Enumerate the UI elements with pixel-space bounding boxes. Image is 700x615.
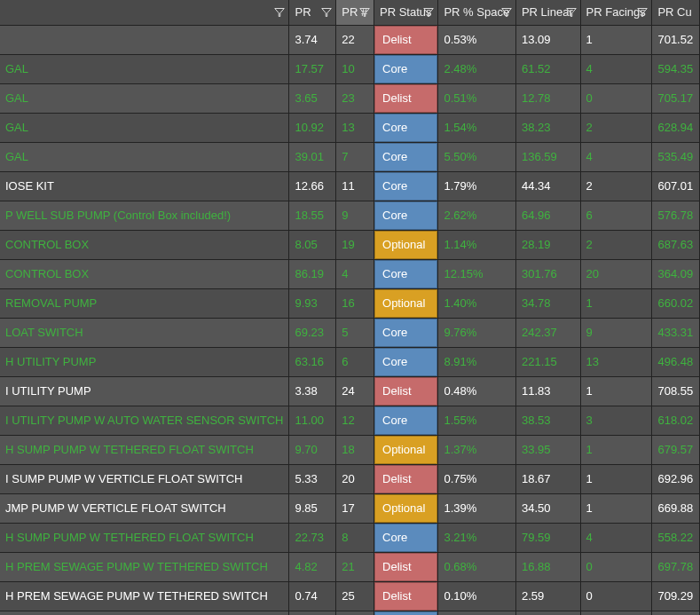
cell-prnum: 17: [336, 493, 374, 523]
table-row[interactable]: I SUMP PUMP W VERTICLE FLOAT SWITCH5.332…: [0, 464, 700, 493]
table-row[interactable]: H SUMP PUMP W TETHERED FLOAT SWITCH22.73…: [0, 523, 700, 552]
cell-status: Delist: [374, 552, 438, 581]
cell-linear: 34.78: [515, 288, 580, 318]
cell-pr: 3.65: [289, 83, 336, 113]
cell-facings: 4: [580, 523, 652, 552]
status-badge: Delist: [374, 553, 437, 581]
status-badge: Delist: [374, 465, 437, 493]
cell-cu: 709.29: [652, 581, 700, 611]
cell-prnum: 6: [336, 347, 374, 376]
filter-icon[interactable]: [321, 7, 332, 18]
cell-linear: 61.52: [515, 54, 580, 83]
table-row[interactable]: H PREM SEWAGE PUMP W TETHERED SWITCH4.82…: [0, 552, 700, 581]
cell-status: Optional: [374, 230, 438, 259]
table-row[interactable]: I UTILITY PUMP W AUTO WATER SENSOR SWITC…: [0, 406, 700, 435]
status-badge: Core: [374, 406, 437, 435]
cell-name: CONTROL BOX: [0, 259, 289, 288]
cell-status: Delist: [374, 83, 438, 113]
cell-status: Optional: [374, 288, 438, 318]
cell-prnum: 8: [336, 523, 374, 552]
cell-facings: 1: [580, 493, 652, 523]
cell-pct: 1.54%: [438, 113, 515, 142]
column-header-facings[interactable]: PR Facings: [580, 0, 652, 25]
cell-pct: 12.15%: [438, 259, 515, 288]
cell-name: IOSE KIT: [0, 171, 289, 201]
column-header-prnum[interactable]: PR #: [336, 0, 374, 25]
cell-status: Core: [374, 171, 438, 201]
cell-status: Delist: [374, 581, 438, 611]
table-row[interactable]: GAL10.9213Core1.54%38.232628.94: [0, 113, 700, 142]
cell-name: H PREM SEWAGE PUMP W TETHERED SWITCH: [0, 552, 289, 581]
cell-prnum: 20: [336, 464, 374, 493]
cell-name: H SUMP PUMP W TETHERED FLOAT SWITCH: [0, 523, 289, 552]
column-header-name[interactable]: [0, 0, 289, 25]
table-row[interactable]: CONTROL BOX86.194Core12.15%301.7620364.0…: [0, 259, 700, 288]
status-badge: Core: [374, 260, 437, 288]
cell-facings: 0: [580, 83, 652, 113]
table-row[interactable]: GAL39.017Core5.50%136.594535.49: [0, 142, 700, 171]
cell-pr: 8.05: [289, 230, 336, 259]
filter-icon[interactable]: [274, 7, 285, 18]
cell-pct: 2.48%: [438, 54, 515, 83]
cell-cu: 669.88: [652, 493, 700, 523]
cell-cu: 697.78: [652, 552, 700, 581]
column-header-linear[interactable]: PR Linear: [515, 0, 580, 25]
cell-facings: 6: [580, 201, 652, 230]
cell-facings: 0: [580, 552, 652, 581]
column-header-status[interactable]: PR Status: [374, 0, 438, 25]
table-row[interactable]: H SUMP PUMP W TETHERED FLOAT SWITCH9.701…: [0, 435, 700, 464]
table-row[interactable]: H UTILITY PUMP63.166Core8.91%221.1513496…: [0, 347, 700, 376]
column-header-cu[interactable]: PR Cu: [652, 0, 700, 25]
table-row[interactable]: H PREM SEWAGE PUMP W TETHERED SWITCH0.74…: [0, 581, 700, 611]
filter-icon[interactable]: [637, 7, 648, 18]
cell-linear: 64.96: [515, 201, 580, 230]
table-row[interactable]: I UTILITY PUMP3.3824Delist0.48%11.831708…: [0, 376, 700, 406]
cell-pct: 0.48%: [438, 376, 515, 406]
cell-cu: 692.96: [652, 464, 700, 493]
cell-pct: 1.14%: [438, 230, 515, 259]
cell-linear: 301.76: [515, 259, 580, 288]
cell-prnum: 9: [336, 201, 374, 230]
filter-icon[interactable]: [501, 7, 512, 18]
table-row[interactable]: GAL17.5710Core2.48%61.524594.35: [0, 54, 700, 83]
cell-pr: 12.66: [289, 171, 336, 201]
cell-name: H UTILITY PUMP: [0, 347, 289, 376]
cell-cu: 594.35: [652, 54, 700, 83]
table-row[interactable]: JMP PUMP W VERTICLE FLOAT SWITCH9.8517Op…: [0, 493, 700, 523]
cell-prnum: 25: [336, 581, 374, 611]
cell-pr: 89.10: [289, 611, 336, 615]
cell-pr: 3.74: [289, 25, 336, 54]
filter-icon[interactable]: [359, 7, 370, 18]
cell-pr: 63.16: [289, 347, 336, 376]
cell-facings: 20: [580, 611, 652, 615]
column-header-pr[interactable]: PR: [289, 0, 336, 25]
cell-status: Core: [374, 318, 438, 347]
cell-pr: 11.00: [289, 406, 336, 435]
cell-prnum: 16: [336, 288, 374, 318]
data-grid[interactable]: PRPR #PR StatusPR % SpacePR LinearPR Fac…: [0, 0, 700, 615]
table-row[interactable]: LOAT SWITCH69.235Core9.76%242.379433.31: [0, 318, 700, 347]
filter-icon[interactable]: [566, 7, 577, 18]
column-header-label: PR Cu: [657, 5, 691, 19]
cell-pct: 1.37%: [438, 435, 515, 464]
cell-facings: 1: [580, 464, 652, 493]
table-row[interactable]: REMOVAL PUMP9.9316Optional1.40%34.781660…: [0, 288, 700, 318]
status-badge: Core: [374, 114, 437, 142]
cell-cu: 618.02: [652, 406, 700, 435]
table-row[interactable]: 3.7422Delist0.53%13.091701.52: [0, 25, 700, 54]
column-header-pct[interactable]: PR % Space: [438, 0, 515, 25]
table-row[interactable]: GAL3.6523Delist0.51%12.780705.17: [0, 83, 700, 113]
cell-pr: 39.01: [289, 142, 336, 171]
filter-icon[interactable]: [423, 7, 434, 18]
cell-status: Core: [374, 142, 438, 171]
table-row[interactable]: CONTROL BOX8.0519Optional1.14%28.192687.…: [0, 230, 700, 259]
cell-status: Core: [374, 523, 438, 552]
status-badge: Core: [374, 55, 437, 83]
table-row[interactable]: IOSE KIT12.6611Core1.79%44.342607.01: [0, 171, 700, 201]
cell-pr: 18.55: [289, 201, 336, 230]
cell-prnum: 10: [336, 54, 374, 83]
cell-cu: 701.52: [652, 25, 700, 54]
status-badge: Optional: [374, 494, 437, 523]
table-row[interactable]: SUB PUMP CONT BOX89.102Core12.56%311.942…: [0, 611, 700, 615]
table-row[interactable]: P WELL SUB PUMP (Control Box included!)1…: [0, 201, 700, 230]
